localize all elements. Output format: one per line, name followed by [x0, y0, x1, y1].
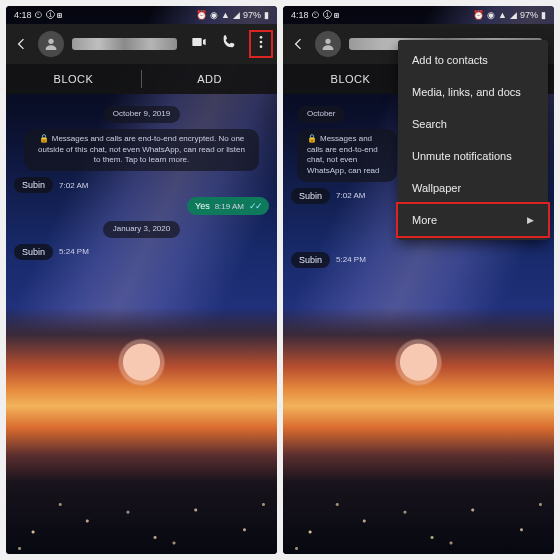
outgoing-row: Yes 8:19 AM ✓✓: [14, 197, 269, 215]
battery-icon: ▮: [264, 10, 269, 20]
wifi-icon: ▲: [221, 10, 230, 20]
encryption-notice[interactable]: 🔒Messages and calls are end-to-end encry…: [24, 129, 259, 171]
block-button[interactable]: BLOCK: [6, 64, 141, 94]
clock: 4:18: [291, 10, 309, 20]
video-call-icon[interactable]: [191, 34, 207, 54]
status-left: 4:18 ⏲ ⓘ ▣: [291, 10, 339, 20]
sender-chip: Subin: [14, 244, 53, 260]
encryption-notice-trunc[interactable]: 🔒Messages and calls are end-to-end chat,…: [297, 129, 397, 182]
wifi-icon: ▲: [498, 10, 507, 20]
status-bar: 4:18 ⏲ ⓘ ▣ ⏰ ◉ ▲ ◢ 97% ▮: [283, 6, 554, 24]
alarm-icon: ⏰: [196, 10, 207, 20]
voice-call-icon[interactable]: [221, 34, 237, 54]
incoming-meta: Subin 7:02 AM: [14, 177, 269, 193]
avatar[interactable]: [315, 31, 341, 57]
battery-pct: 97%: [243, 10, 261, 20]
incoming-time: 5:24 PM: [59, 247, 89, 256]
date-chip: October 9, 2019: [103, 106, 180, 123]
app-bar: [6, 24, 277, 64]
appbar-actions: [191, 32, 271, 56]
sender-chip: Subin: [291, 252, 330, 268]
sender-chip: Subin: [14, 177, 53, 193]
menu-more[interactable]: More ▶: [398, 204, 548, 236]
dnd-icon: ◉: [487, 10, 495, 20]
incoming-meta: Subin 5:24 PM: [14, 244, 269, 260]
menu-media-links-docs[interactable]: Media, links, and docs: [398, 76, 548, 108]
outgoing-bubble[interactable]: Yes 8:19 AM ✓✓: [187, 197, 269, 215]
menu-unmute-notifications[interactable]: Unmute notifications: [398, 140, 548, 172]
status-icons-left: ⏲ ⓘ ▣: [311, 10, 339, 20]
sender-chip: Subin: [291, 188, 330, 204]
lock-icon: 🔒: [307, 134, 317, 143]
dnd-icon: ◉: [210, 10, 218, 20]
incoming-time: 5:24 PM: [336, 255, 366, 264]
read-ticks-icon: ✓✓: [249, 201, 261, 211]
overflow-menu: Add to contacts Media, links, and docs S…: [398, 40, 548, 240]
unknown-contact-strip: BLOCK ADD: [6, 64, 277, 94]
status-right: ⏰ ◉ ▲ ◢ 97% ▮: [196, 10, 269, 20]
contact-name-blurred[interactable]: [72, 38, 177, 50]
svg-point-4: [325, 39, 330, 44]
svg-point-3: [260, 45, 263, 48]
chat-scroll[interactable]: October 9, 2019 🔒Messages and calls are …: [6, 94, 277, 554]
clock: 4:18: [14, 10, 32, 20]
menu-add-to-contacts[interactable]: Add to contacts: [398, 44, 548, 76]
outgoing-time: 8:19 AM: [215, 202, 244, 211]
avatar[interactable]: [38, 31, 64, 57]
battery-pct: 97%: [520, 10, 538, 20]
svg-point-2: [260, 41, 263, 44]
menu-wallpaper[interactable]: Wallpaper: [398, 172, 548, 204]
date-chip: January 3, 2020: [103, 221, 180, 238]
incoming-meta: Subin 5:24 PM: [291, 252, 546, 268]
lock-icon: 🔒: [39, 134, 49, 143]
phone-right: 4:18 ⏲ ⓘ ▣ ⏰ ◉ ▲ ◢ 97% ▮ BLOCK October 🔒…: [283, 6, 554, 554]
signal-icon: ◢: [233, 10, 240, 20]
svg-point-1: [260, 36, 263, 39]
outgoing-text: Yes: [195, 201, 210, 211]
incoming-time: 7:02 AM: [336, 191, 365, 200]
signal-icon: ◢: [510, 10, 517, 20]
menu-more-label: More: [412, 214, 437, 226]
alarm-icon: ⏰: [473, 10, 484, 20]
overflow-menu-button[interactable]: [251, 32, 271, 56]
back-button[interactable]: [289, 36, 307, 52]
phone-left: 4:18 ⏲ ⓘ ▣ ⏰ ◉ ▲ ◢ 97% ▮: [6, 6, 277, 554]
battery-icon: ▮: [541, 10, 546, 20]
status-right: ⏰ ◉ ▲ ◢ 97% ▮: [473, 10, 546, 20]
date-chip-trunc: October: [297, 106, 345, 123]
incoming-time: 7:02 AM: [59, 181, 88, 190]
chevron-right-icon: ▶: [527, 215, 534, 225]
status-left: 4:18 ⏲ ⓘ ▣: [14, 10, 62, 20]
add-button[interactable]: ADD: [142, 64, 277, 94]
menu-search[interactable]: Search: [398, 108, 548, 140]
status-icons-left: ⏲ ⓘ ▣: [34, 10, 62, 20]
back-button[interactable]: [12, 36, 30, 52]
svg-point-0: [48, 39, 53, 44]
status-bar: 4:18 ⏲ ⓘ ▣ ⏰ ◉ ▲ ◢ 97% ▮: [6, 6, 277, 24]
